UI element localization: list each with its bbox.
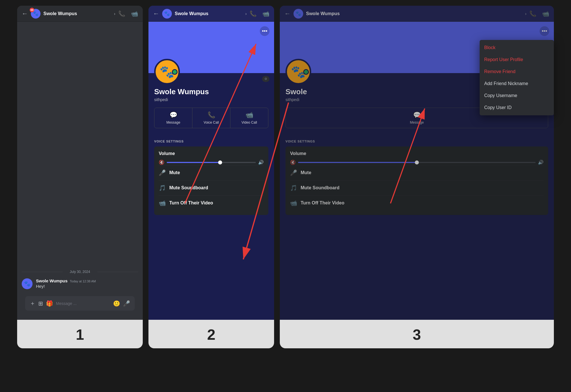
voice-option-video-3[interactable]: 📹 Turn Off Their Video — [290, 195, 544, 210]
video-icon-2[interactable]: 📹 — [262, 10, 270, 17]
status-dot-3 — [303, 69, 309, 75]
message-header: Swole Wumpus Today at 12:38 AM — [36, 278, 96, 283]
header-avatar-2: 🐾 — [162, 9, 172, 19]
gift-icon[interactable]: 🎁 — [46, 300, 53, 307]
voice-action-btn[interactable]: 📞 Voice Call — [192, 108, 230, 128]
message-action-icon-3: 💬 — [413, 111, 421, 119]
vol-up-icon-3: 🔊 — [538, 160, 544, 165]
voice-settings-label-3: VOICE SETTINGS — [286, 140, 548, 143]
chevron-icon: › — [114, 11, 115, 16]
settings-toggle-2[interactable]: ⚙ — [262, 76, 270, 82]
copy-username-item[interactable]: Copy Username — [480, 90, 554, 102]
panel-3: ← 🐾 Swole Wumpus › 📞 📹 ••• 🐾 — [280, 6, 554, 348]
header-avatar-1: 🐾 99 — [31, 9, 41, 19]
vol-mute-icon: 🔇 — [159, 160, 164, 165]
header-avatar-3: 🐾 — [293, 9, 303, 19]
chat-input-bar: ＋ ⊞ 🎁 Message ... 🙂 🎤 — [25, 296, 135, 311]
voice-settings-3: VOICE SETTINGS Volume 🔇 🔊 🎤 — [280, 134, 554, 320]
emoji-icon[interactable]: 🙂 — [113, 300, 120, 307]
message-action-icon: 💬 — [170, 111, 177, 119]
soundboard-label-3: Mute Soundboard — [301, 185, 339, 190]
header-username-1: Swole Wumpus — [43, 11, 111, 16]
voice-action-icon: 📞 — [208, 111, 215, 119]
voice-option-video[interactable]: 📹 Turn Off Their Video — [159, 195, 264, 210]
header-icons-3: 📞 📹 — [529, 10, 549, 17]
message-action-label: Message — [166, 120, 180, 124]
message-action-btn[interactable]: 💬 Message — [154, 108, 192, 128]
volume-slider-row: 🔇 🔊 — [159, 160, 264, 165]
panel-1: ← 🐾 99 Swole Wumpus › 📞 📹 July 30, 2024 — [17, 6, 143, 348]
back-icon[interactable]: ← — [22, 10, 28, 17]
voice-option-soundboard[interactable]: 🎵 Mute Soundboard — [159, 180, 264, 195]
call-icon-3[interactable]: 📞 — [529, 10, 536, 17]
soundboard-icon-3: 🎵 — [290, 184, 297, 191]
mute-icon-3: 🎤 — [290, 169, 297, 176]
message-content: Swole Wumpus Today at 12:38 AM Hey! — [36, 278, 96, 289]
apps-icon[interactable]: ⊞ — [38, 300, 43, 307]
back-icon-2[interactable]: ← — [153, 10, 159, 17]
volume-slider-3[interactable] — [298, 162, 536, 163]
message-avatar: 🐾 — [22, 278, 33, 289]
header-icons-1: 📞 📹 — [118, 10, 138, 17]
more-button-3[interactable]: ••• — [540, 26, 549, 36]
profile-username-2: sithpedi — [154, 97, 268, 102]
copy-user-id-item[interactable]: Copy User ID — [480, 102, 554, 114]
block-item[interactable]: Block — [480, 42, 554, 54]
date-divider: July 30, 2024 — [22, 270, 138, 274]
message-timestamp: Today at 12:38 AM — [70, 280, 96, 283]
header-username-2: Swole Wumpus — [175, 11, 242, 16]
call-icon-2[interactable]: 📞 — [250, 10, 257, 17]
chevron-icon-3: › — [525, 11, 526, 16]
back-icon-3[interactable]: ← — [284, 10, 291, 17]
add-icon[interactable]: ＋ — [30, 299, 35, 307]
add-nickname-item[interactable]: Add Friend Nickname — [480, 78, 554, 90]
volume-label-2: Volume — [159, 151, 264, 156]
report-user-item[interactable]: Report User Profile — [480, 54, 554, 66]
slider-thumb-3 — [415, 160, 419, 164]
voice-box-2: Volume 🔇 🔊 🎤 Mute — [154, 146, 268, 215]
volume-slider[interactable] — [167, 162, 256, 163]
remove-friend-item[interactable]: Remove Friend — [480, 66, 554, 78]
mute-label-3: Mute — [301, 170, 311, 175]
video-action-label: Video Call — [242, 120, 257, 124]
voice-option-soundboard-3[interactable]: 🎵 Mute Soundboard — [290, 180, 544, 195]
slider-thumb — [218, 160, 222, 164]
message-input[interactable]: Message ... — [56, 301, 110, 306]
mute-label: Mute — [169, 170, 180, 175]
voice-option-mute[interactable]: 🎤 Mute — [159, 165, 264, 180]
chat-body-1: July 30, 2024 🐾 Swole Wumpus Today at 12… — [17, 22, 143, 296]
step-tab-3: 3 — [280, 320, 554, 348]
step-number-2: 2 — [148, 326, 274, 343]
status-dot-2 — [172, 69, 178, 75]
profile-actions-2: 💬 Message 📞 Voice Call 📹 Video Call — [154, 108, 268, 128]
call-icon[interactable]: 📞 — [118, 10, 125, 17]
voice-option-mute-3[interactable]: 🎤 Mute — [290, 165, 544, 180]
header-icons-2: 📞 📹 — [250, 10, 270, 17]
message-action-label-3: Message — [410, 120, 424, 124]
mute-icon: 🎤 — [159, 169, 166, 176]
mic-icon[interactable]: 🎤 — [123, 300, 130, 307]
step-number-1: 1 — [17, 326, 143, 343]
video-off-icon-3: 📹 — [290, 200, 297, 206]
video-off-icon: 📹 — [159, 200, 166, 206]
video-icon[interactable]: 📹 — [131, 10, 138, 17]
notification-badge: 99 — [30, 8, 34, 12]
vol-mute-icon-3: 🔇 — [290, 160, 296, 165]
video-icon-3[interactable]: 📹 — [542, 10, 549, 17]
chat-header-2: ← 🐾 Swole Wumpus › 📞 📹 — [148, 6, 274, 22]
video-action-btn[interactable]: 📹 Video Call — [230, 108, 268, 128]
chevron-icon-2: › — [245, 11, 247, 16]
video-action-icon: 📹 — [246, 111, 253, 119]
slider-fill-3 — [298, 162, 417, 163]
voice-box-3: Volume 🔇 🔊 🎤 Mute — [286, 146, 548, 215]
chat-header-3: ← 🐾 Swole Wumpus › 📞 📹 — [280, 6, 554, 22]
step-tab-2: 2 — [148, 320, 274, 348]
more-button-2[interactable]: ••• — [260, 26, 270, 36]
video-off-label-3: Turn Off Their Video — [301, 200, 344, 206]
input-area: ＋ ⊞ 🎁 Message ... 🙂 🎤 — [17, 296, 143, 320]
message-row: 🐾 Swole Wumpus Today at 12:38 AM Hey! — [22, 278, 138, 289]
step-tab-1: 1 — [17, 320, 143, 348]
profile-name-2: Swole Wumpus — [154, 87, 268, 96]
soundboard-label: Mute Soundboard — [169, 185, 208, 190]
volume-slider-row-3: 🔇 🔊 — [290, 160, 544, 165]
